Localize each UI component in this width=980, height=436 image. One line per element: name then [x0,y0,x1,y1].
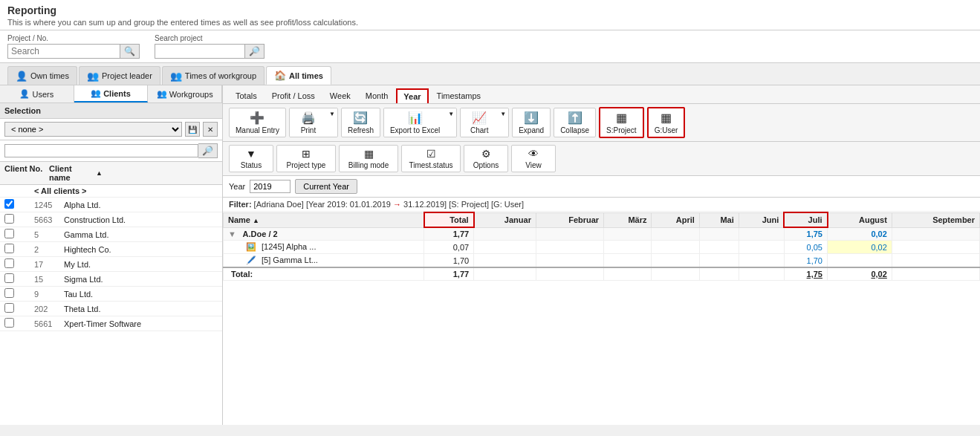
row-name: ▼ A.Doe / 2 [224,227,424,241]
chart-button[interactable]: 📈 Chart [461,108,498,137]
list-item[interactable]: 17 My Ltd. [0,257,222,272]
tab-month[interactable]: Month [359,88,395,103]
filter-info-bar: Filter: [Adriana Doe] [Year 2019: 01.01.… [223,198,980,212]
s-project-icon: ▦ [616,111,627,125]
tab-project-leader[interactable]: 👥 Project leader [79,66,160,85]
top-tab-bar: 👤 Own times 👥 Project leader 👥 Times of … [0,63,980,85]
col-september: September [892,212,979,227]
chart-icon: 📈 [472,111,487,125]
row-jan [474,227,536,241]
sidebar-tab-clients[interactable]: 👥 Clients [74,85,149,103]
clear-selection-btn[interactable]: ✕ [203,122,218,137]
col-februar: Februar [536,212,603,227]
expand-button[interactable]: ⬇️ Expand [512,108,551,137]
chart-dropdown-btn[interactable]: ▼ [498,108,508,137]
tab-profit-loss[interactable]: Profit / Loss [265,88,322,103]
all-clients-row[interactable]: < All clients > [0,185,222,198]
year-input[interactable] [250,180,291,193]
export-chevron-icon: ▼ [448,111,454,117]
sidebar-tab-users[interactable]: 👤 Users [0,85,74,103]
project-type-icon: ⊞ [302,148,311,160]
tab-all-times[interactable]: 🏠 All times [266,66,331,85]
billing-mode-filter-btn[interactable]: ▦ Billing mode [339,145,398,172]
g-user-button[interactable]: ▦ G:User [647,107,686,138]
row-jul: 1,70 [784,254,827,268]
row-total: 1,70 [424,254,474,268]
list-item[interactable]: 202 Theta Ltd. [0,302,222,316]
print-dropdown-btn[interactable]: ▼ [327,108,337,137]
client-search-icon[interactable]: 🔎 [198,143,218,158]
col-juli: Juli [784,212,827,227]
data-table: Name ▲ Total Januar Februar März April M… [223,212,980,425]
chart-button-group: 📈 Chart ▼ [460,108,509,137]
expand-icon: ⬇️ [524,111,539,125]
nav-tabs: Totals Profit / Loss Week Month Year Tim… [223,85,980,104]
client-checkbox[interactable] [4,318,14,328]
collapse-icon: ⬆️ [568,111,583,125]
none-dropdown[interactable]: < none > [4,122,182,137]
client-checkbox[interactable] [4,303,14,313]
client-checkbox[interactable] [4,258,14,268]
list-item[interactable]: 5 Gamma Ltd. [0,227,222,242]
manual-entry-button[interactable]: ➕ Manual Entry [229,108,286,137]
expand-row-icon[interactable]: ▼ [228,230,236,238]
content-area: Totals Profit / Loss Week Month Year Tim… [223,85,980,425]
tab-timestamps[interactable]: Timestamps [430,88,488,103]
client-checkbox[interactable] [4,273,14,283]
table-row: 🖼️ [1245] Alpha ... 0,07 0,05 0,02 [224,241,980,254]
search-bar: Project / No. 🔍 Search project 🔎 [0,30,980,63]
client-checkbox[interactable] [4,244,14,253]
list-item[interactable]: 2 Hightech Co. [0,242,222,257]
tab-times-workgroup[interactable]: 👥 Times of workgroup [162,66,265,85]
list-item[interactable]: 1245 Alpha Ltd. [0,198,222,212]
project-type-filter-btn[interactable]: ⊞ Project type [276,145,336,172]
export-icon: 📊 [408,111,423,125]
billing-mode-icon: ▦ [364,148,374,160]
options-filter-btn[interactable]: ⚙ Options [464,145,508,172]
filter-info-text: Filter: [Adriana Doe] [Year 2019: 01.01.… [229,200,524,209]
refresh-button[interactable]: 🔄 Refresh [341,108,380,137]
current-year-button[interactable]: Current Year [295,179,357,194]
tab-year[interactable]: Year [396,88,428,103]
list-item[interactable]: 5661 Xpert-Timer Software [0,316,222,331]
sidebar-tab-workgroups[interactable]: 👥 Workgroups [148,85,222,103]
project-no-group: Project / No. 🔍 [7,34,140,59]
view-filter-btn[interactable]: 👁 View [511,145,556,172]
row-jul: 0,05 [784,241,827,254]
search-project-input[interactable] [155,45,244,58]
client-checkbox[interactable] [4,199,14,209]
search-icon[interactable]: 🔍 [120,45,139,58]
project-leader-icon: 👥 [87,71,99,82]
clients-icon: 👥 [91,88,101,98]
page-subtitle: This is where you can sum up and group t… [7,18,973,27]
options-icon: ⚙ [481,148,491,160]
client-checkbox[interactable] [4,229,14,238]
status-filter-btn[interactable]: ▼ Status [229,145,273,172]
export-button[interactable]: 📊 Export to Excel [384,108,446,137]
client-checkbox[interactable] [4,288,14,298]
timest-status-filter-btn[interactable]: ☑ Timest.status [401,145,461,172]
table-row: ▼ A.Doe / 2 1,77 1,75 0,02 [224,227,980,241]
row-jul: 1,75 [784,227,827,241]
list-item[interactable]: 5663 Construction Ltd. [0,212,222,227]
users-icon: 👤 [19,89,30,99]
client-search-input[interactable] [4,144,198,157]
client-checkbox[interactable] [4,214,14,224]
manual-entry-icon: ➕ [250,111,265,125]
search-project-label: Search project [155,34,265,42]
save-selection-btn[interactable]: 💾 [185,122,200,137]
print-button[interactable]: 🖨️ Print [290,108,327,137]
tab-week[interactable]: Week [323,88,357,103]
search-input[interactable] [8,45,120,58]
list-item[interactable]: 15 Sigma Ltd. [0,272,222,287]
export-dropdown-btn[interactable]: ▼ [446,108,456,137]
list-item[interactable]: 9 Tau Ltd. [0,287,222,302]
print-button-group: 🖨️ Print ▼ [289,108,338,137]
tab-totals[interactable]: Totals [229,88,264,103]
collapse-button[interactable]: ⬆️ Collapse [554,108,596,137]
search-project-icon[interactable]: 🔎 [244,45,264,58]
row-total: 1,77 [424,267,474,281]
tab-own-times[interactable]: 👤 Own times [7,66,77,85]
workgroups-icon: 👥 [157,89,167,99]
s-project-button[interactable]: ▦ S:Project [599,107,644,138]
